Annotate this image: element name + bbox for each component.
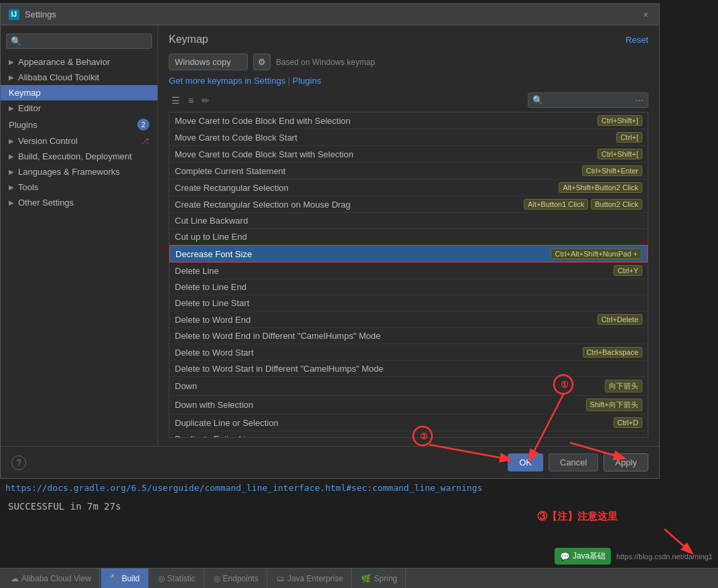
endpoints-icon: ◎ (214, 574, 220, 583)
chevron-right-icon: ▶ (9, 104, 14, 112)
table-row[interactable]: Delete to Line End (169, 279, 648, 295)
sidebar-item-label: Alibaba Cloud Toolkit (18, 72, 99, 82)
blog-info: 💬 Java基础 https://blog.csdn.net/daming1 (555, 548, 713, 565)
sidebar: 🔍 ▶ Appearance & Behavior ▶ Alibaba Clou… (1, 25, 158, 446)
collapse-all-button[interactable]: ≡ (186, 94, 196, 107)
keymap-dropdown[interactable]: Windows copy (169, 54, 248, 70)
cancel-button[interactable]: Cancel (549, 453, 598, 471)
table-row[interactable]: Duplicate Entire Lines (169, 431, 648, 438)
tab-label: Alibaba Cloud View (21, 574, 91, 583)
plugins-link[interactable]: Plugins (293, 76, 321, 86)
dialog-title: Settings (25, 9, 56, 19)
sidebar-item-alibaba-cloud-toolkit[interactable]: ▶ Alibaba Cloud Toolkit (1, 70, 157, 85)
table-row[interactable]: Delete to Word End in Different "CamelHu… (169, 328, 648, 344)
search-icon: 🔍 (11, 36, 21, 46)
apply-button[interactable]: Apply (603, 453, 648, 471)
sidebar-item-label: Build, Execution, Deployment (18, 151, 132, 161)
table-row[interactable]: Cut up to Line End (169, 229, 648, 245)
sidebar-item-version-control[interactable]: ▶ Version Control ⎇ (1, 133, 157, 149)
sidebar-item-label: Other Settings (18, 198, 74, 208)
search-options-icon: ⋯ (635, 95, 644, 105)
table-row[interactable]: Down with Selection Shift+向下箭头 (169, 396, 648, 415)
wechat-badge: 💬 Java基础 (555, 548, 611, 565)
table-row[interactable]: Delete to Line Start (169, 295, 648, 311)
sidebar-item-label: Appearance & Behavior (18, 57, 110, 67)
chevron-right-icon: ▶ (9, 153, 14, 160)
table-row-selected[interactable]: Decrease Font Size Ctrl+Alt+Shift+NumPad… (169, 245, 648, 263)
sidebar-item-appearance-behavior[interactable]: ▶ Appearance & Behavior (1, 54, 157, 70)
table-row[interactable]: Delete to Word Start Ctrl+Backspace (169, 344, 648, 361)
sidebar-item-keymap[interactable]: Keymap (1, 85, 157, 100)
keymap-selector-row: Windows copy ⚙ Based on Windows keymap (169, 54, 648, 70)
wechat-icon: 💬 (560, 552, 570, 561)
table-row[interactable]: Move Caret to Code Block End with Select… (169, 113, 648, 129)
tab-label: Statistic (167, 574, 196, 583)
table-row[interactable]: Complete Current Statement Ctrl+Shift+En… (169, 163, 648, 179)
edit-shortcut-button[interactable]: ✏ (199, 94, 212, 107)
sidebar-item-tools[interactable]: ▶ Tools (1, 179, 157, 195)
plugins-badge: 2 (137, 119, 149, 131)
keymap-list: Move Caret to Code Block End with Select… (169, 112, 648, 438)
tab-statistic[interactable]: ◎ Statistic (150, 569, 204, 588)
tab-endpoints[interactable]: ◎ Endpoints (206, 569, 267, 588)
chevron-right-icon: ▶ (9, 199, 14, 206)
chevron-right-icon: ▶ (9, 74, 14, 81)
help-button[interactable]: ? (11, 455, 26, 470)
keymap-title: Keymap (169, 33, 208, 46)
table-row[interactable]: Delete Line Ctrl+Y (169, 263, 648, 279)
tab-label: Spring (374, 574, 397, 583)
tab-alibaba-cloud-view[interactable]: ☁ Alibaba Cloud View (3, 569, 100, 588)
table-row[interactable]: Move Caret to Code Block Start Ctrl+[ (169, 129, 648, 146)
table-row[interactable]: Create Rectangular Selection Alt+Shift+B… (169, 179, 648, 196)
spring-icon: 🌿 (361, 574, 371, 583)
tab-label: Endpoints (223, 574, 259, 583)
tab-bar: ☁ Alibaba Cloud View 🔨 Build ◎ Statistic… (0, 568, 718, 588)
statistic-icon: ◎ (158, 574, 165, 583)
footer-buttons: OK Cancel Apply (508, 453, 648, 471)
table-row[interactable]: Move Caret to Code Block Start with Sele… (169, 146, 648, 163)
sidebar-item-other-settings[interactable]: ▶ Other Settings (1, 195, 157, 210)
sidebar-item-build-execution[interactable]: ▶ Build, Execution, Deployment (1, 149, 157, 164)
table-row[interactable]: Delete to Word Start in Different "Camel… (169, 361, 648, 377)
table-row[interactable]: Delete to Word End Ctrl+Delete (169, 311, 648, 328)
table-row[interactable]: Create Rectangular Selection on Mouse Dr… (169, 196, 648, 213)
reset-button[interactable]: Reset (626, 35, 648, 45)
expand-all-button[interactable]: ☰ (169, 94, 183, 107)
vcs-icon: ⎇ (141, 137, 149, 145)
sidebar-item-label: Version Control (18, 136, 78, 146)
search-icon: 🔍 (532, 95, 543, 105)
toolbar-left: ☰ ≡ ✏ (169, 94, 212, 107)
chevron-right-icon: ▶ (9, 137, 14, 145)
build-icon: 🔨 (109, 574, 119, 583)
keymap-header: Keymap Reset (169, 33, 648, 46)
sidebar-item-label: Editor (18, 103, 41, 113)
settings-dialog: IJ Settings × 🔍 ▶ Appearance & Behavior … (0, 3, 660, 479)
sidebar-item-plugins[interactable]: Plugins 2 (1, 116, 157, 133)
tab-build[interactable]: 🔨 Build (101, 569, 149, 588)
get-more-keymaps-link[interactable]: Get more keymaps in Settings (169, 76, 285, 86)
wechat-label: Java基础 (573, 550, 605, 562)
keymap-toolbar: ☰ ≡ ✏ 🔍 ⋯ (169, 92, 648, 108)
table-row[interactable]: Cut Line Backward (169, 213, 648, 229)
sidebar-search[interactable]: 🔍 (6, 33, 152, 49)
table-row[interactable]: Down 向下箭头 (169, 377, 648, 396)
build-output-text: SUCCESSFUL in 7m 27s (8, 501, 121, 512)
keymap-search-filter[interactable]: 🔍 ⋯ (528, 92, 648, 108)
cloud-icon: ☁ (11, 574, 19, 583)
based-on-text: Based on Windows keymap (276, 58, 375, 67)
keymap-search-input[interactable] (546, 96, 632, 105)
title-bar-left: IJ Settings (9, 9, 56, 20)
sidebar-item-languages-frameworks[interactable]: ▶ Languages & Frameworks (1, 164, 157, 179)
table-row[interactable]: Duplicate Line or Selection Ctrl+D (169, 415, 648, 431)
chevron-right-icon: ▶ (9, 183, 14, 191)
tab-java-enterprise[interactable]: 🗂 Java Enterprise (269, 569, 352, 588)
sidebar-item-editor[interactable]: ▶ Editor (1, 100, 157, 116)
sidebar-item-label: Languages & Frameworks (18, 167, 120, 177)
keymap-settings-button[interactable]: ⚙ (253, 54, 271, 70)
close-button[interactable]: × (640, 9, 651, 20)
url-text: https://docs.gradle.org/6.5/userguide/co… (5, 483, 482, 493)
url-bar: https://docs.gradle.org/6.5/userguide/co… (0, 479, 718, 497)
ok-button[interactable]: OK (508, 453, 543, 471)
sidebar-search-input[interactable] (24, 36, 147, 46)
tab-spring[interactable]: 🌿 Spring (353, 569, 406, 588)
